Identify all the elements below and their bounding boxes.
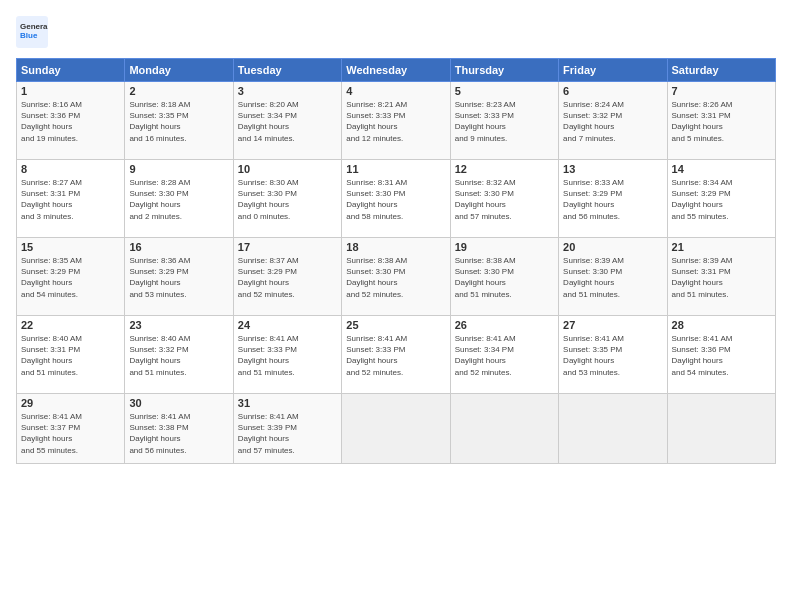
calendar-cell: 26 Sunrise: 8:41 AM Sunset: 3:34 PM Dayl… xyxy=(450,316,558,394)
calendar-cell: 20 Sunrise: 8:39 AM Sunset: 3:30 PM Dayl… xyxy=(559,238,667,316)
header-wednesday: Wednesday xyxy=(342,59,450,82)
calendar-cell xyxy=(559,394,667,464)
day-number: 29 xyxy=(21,397,120,409)
header-friday: Friday xyxy=(559,59,667,82)
day-number: 5 xyxy=(455,85,554,97)
day-info: Sunrise: 8:18 AM Sunset: 3:35 PM Dayligh… xyxy=(129,99,228,144)
calendar-cell: 14 Sunrise: 8:34 AM Sunset: 3:29 PM Dayl… xyxy=(667,160,775,238)
day-number: 4 xyxy=(346,85,445,97)
header-tuesday: Tuesday xyxy=(233,59,341,82)
day-info: Sunrise: 8:36 AM Sunset: 3:29 PM Dayligh… xyxy=(129,255,228,300)
day-info: Sunrise: 8:40 AM Sunset: 3:31 PM Dayligh… xyxy=(21,333,120,378)
calendar-cell: 15 Sunrise: 8:35 AM Sunset: 3:29 PM Dayl… xyxy=(17,238,125,316)
day-info: Sunrise: 8:41 AM Sunset: 3:39 PM Dayligh… xyxy=(238,411,337,456)
day-info: Sunrise: 8:41 AM Sunset: 3:33 PM Dayligh… xyxy=(238,333,337,378)
calendar-cell: 2 Sunrise: 8:18 AM Sunset: 3:35 PM Dayli… xyxy=(125,82,233,160)
calendar-cell: 10 Sunrise: 8:30 AM Sunset: 3:30 PM Dayl… xyxy=(233,160,341,238)
calendar-cell: 27 Sunrise: 8:41 AM Sunset: 3:35 PM Dayl… xyxy=(559,316,667,394)
day-number: 9 xyxy=(129,163,228,175)
day-info: Sunrise: 8:28 AM Sunset: 3:30 PM Dayligh… xyxy=(129,177,228,222)
day-info: Sunrise: 8:35 AM Sunset: 3:29 PM Dayligh… xyxy=(21,255,120,300)
svg-text:General: General xyxy=(20,22,48,31)
calendar-cell: 28 Sunrise: 8:41 AM Sunset: 3:36 PM Dayl… xyxy=(667,316,775,394)
page-header: General Blue xyxy=(16,16,776,48)
day-info: Sunrise: 8:41 AM Sunset: 3:37 PM Dayligh… xyxy=(21,411,120,456)
day-number: 27 xyxy=(563,319,662,331)
day-number: 21 xyxy=(672,241,771,253)
week-row-4: 22 Sunrise: 8:40 AM Sunset: 3:31 PM Dayl… xyxy=(17,316,776,394)
week-row-1: 1 Sunrise: 8:16 AM Sunset: 3:36 PM Dayli… xyxy=(17,82,776,160)
calendar-cell: 12 Sunrise: 8:32 AM Sunset: 3:30 PM Dayl… xyxy=(450,160,558,238)
calendar-cell: 11 Sunrise: 8:31 AM Sunset: 3:30 PM Dayl… xyxy=(342,160,450,238)
day-number: 8 xyxy=(21,163,120,175)
calendar-cell: 5 Sunrise: 8:23 AM Sunset: 3:33 PM Dayli… xyxy=(450,82,558,160)
day-number: 1 xyxy=(21,85,120,97)
day-info: Sunrise: 8:30 AM Sunset: 3:30 PM Dayligh… xyxy=(238,177,337,222)
calendar-cell: 22 Sunrise: 8:40 AM Sunset: 3:31 PM Dayl… xyxy=(17,316,125,394)
calendar-cell: 9 Sunrise: 8:28 AM Sunset: 3:30 PM Dayli… xyxy=(125,160,233,238)
calendar-cell: 30 Sunrise: 8:41 AM Sunset: 3:38 PM Dayl… xyxy=(125,394,233,464)
day-number: 26 xyxy=(455,319,554,331)
logo-icon: General Blue xyxy=(16,16,48,48)
day-number: 2 xyxy=(129,85,228,97)
day-number: 31 xyxy=(238,397,337,409)
day-number: 16 xyxy=(129,241,228,253)
day-info: Sunrise: 8:39 AM Sunset: 3:31 PM Dayligh… xyxy=(672,255,771,300)
week-row-2: 8 Sunrise: 8:27 AM Sunset: 3:31 PM Dayli… xyxy=(17,160,776,238)
day-info: Sunrise: 8:41 AM Sunset: 3:34 PM Dayligh… xyxy=(455,333,554,378)
calendar-cell: 13 Sunrise: 8:33 AM Sunset: 3:29 PM Dayl… xyxy=(559,160,667,238)
day-info: Sunrise: 8:32 AM Sunset: 3:30 PM Dayligh… xyxy=(455,177,554,222)
calendar-cell xyxy=(342,394,450,464)
day-number: 18 xyxy=(346,241,445,253)
day-number: 22 xyxy=(21,319,120,331)
svg-text:Blue: Blue xyxy=(20,31,38,40)
day-info: Sunrise: 8:31 AM Sunset: 3:30 PM Dayligh… xyxy=(346,177,445,222)
day-info: Sunrise: 8:21 AM Sunset: 3:33 PM Dayligh… xyxy=(346,99,445,144)
calendar-cell: 29 Sunrise: 8:41 AM Sunset: 3:37 PM Dayl… xyxy=(17,394,125,464)
header-saturday: Saturday xyxy=(667,59,775,82)
calendar-cell: 21 Sunrise: 8:39 AM Sunset: 3:31 PM Dayl… xyxy=(667,238,775,316)
day-number: 23 xyxy=(129,319,228,331)
header-monday: Monday xyxy=(125,59,233,82)
day-number: 25 xyxy=(346,319,445,331)
day-info: Sunrise: 8:33 AM Sunset: 3:29 PM Dayligh… xyxy=(563,177,662,222)
calendar-cell: 1 Sunrise: 8:16 AM Sunset: 3:36 PM Dayli… xyxy=(17,82,125,160)
day-info: Sunrise: 8:38 AM Sunset: 3:30 PM Dayligh… xyxy=(346,255,445,300)
calendar-page: General Blue SundayMondayTuesdayWednesda… xyxy=(0,0,792,612)
day-number: 17 xyxy=(238,241,337,253)
day-number: 12 xyxy=(455,163,554,175)
day-info: Sunrise: 8:24 AM Sunset: 3:32 PM Dayligh… xyxy=(563,99,662,144)
day-info: Sunrise: 8:37 AM Sunset: 3:29 PM Dayligh… xyxy=(238,255,337,300)
day-number: 30 xyxy=(129,397,228,409)
day-number: 11 xyxy=(346,163,445,175)
calendar-cell: 3 Sunrise: 8:20 AM Sunset: 3:34 PM Dayli… xyxy=(233,82,341,160)
day-info: Sunrise: 8:16 AM Sunset: 3:36 PM Dayligh… xyxy=(21,99,120,144)
calendar-cell: 17 Sunrise: 8:37 AM Sunset: 3:29 PM Dayl… xyxy=(233,238,341,316)
day-number: 24 xyxy=(238,319,337,331)
calendar-cell: 6 Sunrise: 8:24 AM Sunset: 3:32 PM Dayli… xyxy=(559,82,667,160)
day-info: Sunrise: 8:41 AM Sunset: 3:36 PM Dayligh… xyxy=(672,333,771,378)
calendar-cell: 25 Sunrise: 8:41 AM Sunset: 3:33 PM Dayl… xyxy=(342,316,450,394)
calendar-cell: 23 Sunrise: 8:40 AM Sunset: 3:32 PM Dayl… xyxy=(125,316,233,394)
calendar-cell xyxy=(450,394,558,464)
week-row-3: 15 Sunrise: 8:35 AM Sunset: 3:29 PM Dayl… xyxy=(17,238,776,316)
day-info: Sunrise: 8:26 AM Sunset: 3:31 PM Dayligh… xyxy=(672,99,771,144)
day-info: Sunrise: 8:38 AM Sunset: 3:30 PM Dayligh… xyxy=(455,255,554,300)
day-info: Sunrise: 8:40 AM Sunset: 3:32 PM Dayligh… xyxy=(129,333,228,378)
calendar-table: SundayMondayTuesdayWednesdayThursdayFrid… xyxy=(16,58,776,464)
logo: General Blue xyxy=(16,16,52,48)
day-number: 10 xyxy=(238,163,337,175)
calendar-cell: 19 Sunrise: 8:38 AM Sunset: 3:30 PM Dayl… xyxy=(450,238,558,316)
header-sunday: Sunday xyxy=(17,59,125,82)
day-number: 20 xyxy=(563,241,662,253)
calendar-cell: 16 Sunrise: 8:36 AM Sunset: 3:29 PM Dayl… xyxy=(125,238,233,316)
day-info: Sunrise: 8:20 AM Sunset: 3:34 PM Dayligh… xyxy=(238,99,337,144)
calendar-cell: 4 Sunrise: 8:21 AM Sunset: 3:33 PM Dayli… xyxy=(342,82,450,160)
calendar-cell: 7 Sunrise: 8:26 AM Sunset: 3:31 PM Dayli… xyxy=(667,82,775,160)
day-info: Sunrise: 8:27 AM Sunset: 3:31 PM Dayligh… xyxy=(21,177,120,222)
calendar-cell: 24 Sunrise: 8:41 AM Sunset: 3:33 PM Dayl… xyxy=(233,316,341,394)
header-thursday: Thursday xyxy=(450,59,558,82)
day-number: 15 xyxy=(21,241,120,253)
calendar-cell: 18 Sunrise: 8:38 AM Sunset: 3:30 PM Dayl… xyxy=(342,238,450,316)
week-row-5: 29 Sunrise: 8:41 AM Sunset: 3:37 PM Dayl… xyxy=(17,394,776,464)
